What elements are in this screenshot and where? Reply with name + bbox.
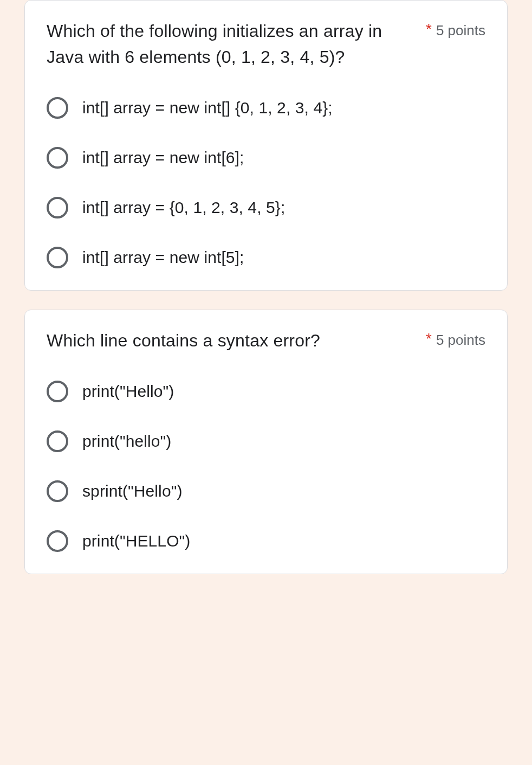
question-text: Which of the following initializes an ar… [47, 18, 419, 70]
options-group: print("Hello") print("hello") sprint("He… [47, 381, 485, 552]
option-label: int[] array = new int[5]; [82, 248, 244, 267]
radio-icon[interactable] [47, 530, 68, 552]
option-label: print("HELLO") [82, 532, 190, 550]
options-group: int[] array = new int[] {0, 1, 2, 3, 4};… [47, 97, 485, 268]
question-text: Which line contains a syntax error? [47, 327, 419, 353]
option-row[interactable]: sprint("Hello") [47, 480, 485, 502]
required-star-icon: * [426, 18, 432, 41]
points-label: 5 points [436, 18, 485, 43]
option-label: print("hello") [82, 432, 171, 451]
question-header: Which of the following initializes an ar… [47, 18, 485, 70]
radio-icon[interactable] [47, 430, 68, 452]
option-row[interactable]: print("HELLO") [47, 530, 485, 552]
option-label: sprint("Hello") [82, 482, 183, 500]
radio-icon[interactable] [47, 147, 68, 169]
option-row[interactable]: print("Hello") [47, 381, 485, 402]
points-label: 5 points [436, 327, 485, 353]
required-star-icon: * [426, 327, 432, 350]
question-card-2: Which line contains a syntax error? * 5 … [24, 310, 508, 574]
question-header: Which line contains a syntax error? * 5 … [47, 327, 485, 353]
radio-icon[interactable] [47, 247, 68, 268]
option-row[interactable]: int[] array = new int[] {0, 1, 2, 3, 4}; [47, 97, 485, 119]
option-row[interactable]: print("hello") [47, 430, 485, 452]
question-card-1: Which of the following initializes an ar… [24, 0, 508, 291]
option-row[interactable]: int[] array = new int[5]; [47, 247, 485, 268]
option-label: print("Hello") [82, 382, 174, 401]
option-label: int[] array = new int[] {0, 1, 2, 3, 4}; [82, 99, 333, 117]
option-label: int[] array = {0, 1, 2, 3, 4, 5}; [82, 198, 285, 217]
radio-icon[interactable] [47, 480, 68, 502]
option-row[interactable]: int[] array = new int[6]; [47, 147, 485, 169]
option-row[interactable]: int[] array = {0, 1, 2, 3, 4, 5}; [47, 197, 485, 218]
radio-icon[interactable] [47, 381, 68, 402]
radio-icon[interactable] [47, 97, 68, 119]
radio-icon[interactable] [47, 197, 68, 218]
option-label: int[] array = new int[6]; [82, 149, 244, 167]
